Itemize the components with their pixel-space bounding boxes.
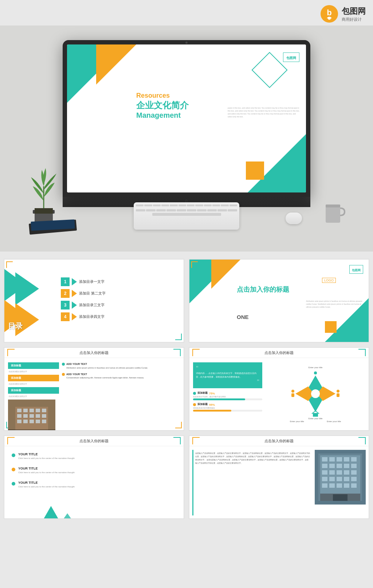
toc-label-4: 添加目录四文字 — [79, 314, 105, 319]
svg-rect-40 — [337, 457, 342, 462]
svg-rect-22 — [30, 420, 34, 423]
s3-tag-sub-1: 此处添加图文说明文字 — [8, 370, 59, 373]
monitor-section: 包图网 Resources 企业文化简介 Management paste in… — [0, 26, 373, 252]
s4-bar-fill-1 — [193, 398, 245, 400]
svg-rect-21 — [23, 420, 28, 423]
s5-mountain-svg — [22, 495, 84, 519]
s3-tag-1: 添加标题 — [8, 362, 59, 369]
svg-rect-59 — [329, 483, 335, 488]
svg-rect-49 — [329, 470, 335, 475]
s3-bullet-text-1: ADD YOUR TEXT Attribution ante ipsum pri… — [66, 362, 148, 370]
s5-title-2: YOUR TITLE — [18, 467, 92, 470]
svg-rect-50 — [337, 470, 342, 475]
s4-header-title: 点击加入你的标题 — [264, 350, 294, 355]
svg-rect-11 — [23, 409, 28, 412]
s2-one-label: ONE — [237, 314, 249, 320]
slide-thumb-1: 目录 1 添加目录一文字 2 添加目 第二文字 3 添加目录三文字 4 — [4, 259, 184, 343]
keyboard — [134, 202, 239, 230]
s4-chart-bottom-label: Enter your title — [309, 417, 323, 420]
svg-rect-7 — [326, 205, 340, 207]
s5-title-3: YOUR TITLE — [18, 481, 92, 484]
s6-content: 这是输入产品说明的位置，这里输入产品的主要说明文字，这里输入产品说明的位置，这里… — [189, 447, 369, 518]
svg-rect-51 — [344, 470, 349, 475]
orange-arrow-2 — [15, 303, 39, 336]
svg-rect-12 — [30, 409, 34, 412]
s2-orange-tl — [211, 260, 240, 289]
svg-rect-17 — [30, 414, 34, 418]
s3-tag-2: 添加标题 — [8, 375, 59, 381]
s4-prog-dot-1 — [193, 392, 196, 395]
s3-right-col: ADD YOUR TEXT Attribution ante ipsum pri… — [62, 362, 180, 382]
s5-text-3: YOUR TITLE Click here to add you to the … — [18, 481, 92, 488]
svg-rect-38 — [322, 457, 327, 462]
toc-title-text: 目录 — [8, 321, 23, 331]
s3-content: 添加标题 此处添加图文说明文字 添加标题 此处添加图文说明文字 添加标题 此处添… — [4, 359, 184, 430]
svg-rect-54 — [329, 477, 335, 481]
s4-quote-box: " 详细内容......点击输入本栏的具体文字，简细描述的设想分后内容，此为参考… — [193, 362, 262, 388]
slide-management: Management — [136, 111, 189, 120]
svg-marker-34 — [55, 513, 80, 519]
toc-label-1: 添加目录一文字 — [79, 279, 105, 284]
svg-rect-24 — [42, 420, 46, 423]
slides-grid: 目录 1 添加目录一文字 2 添加目 第二文字 3 添加目录三文字 4 — [0, 255, 373, 523]
s4-bar-bg-2 — [193, 410, 262, 412]
s2-logo-box: 包图网 — [349, 265, 363, 274]
s4-chart-right-label: Enter your title — [327, 420, 341, 422]
s4-left-col: " 详细内容......点击输入本栏的具体文字，简细描述的设想分后内容，此为参考… — [193, 362, 262, 427]
s3-left-col: 添加标题 此处添加图文说明文字 添加标题 此处添加图文说明文字 添加标题 此处添… — [8, 362, 59, 431]
svg-rect-20 — [17, 420, 21, 423]
svg-rect-28 — [313, 413, 318, 417]
svg-rect-15 — [17, 414, 21, 418]
s4-bar-bg-1 — [193, 398, 262, 400]
s4-diamond-chart — [290, 370, 341, 417]
slide-logo-text: 包图网 — [286, 56, 296, 60]
logo-main: 包图网 — [342, 6, 366, 17]
s4-quote-open: " — [196, 365, 259, 372]
toc-label-2: 添加目 第二文字 — [79, 291, 106, 296]
svg-rect-64 — [333, 494, 348, 501]
slide-resources: Resources — [136, 92, 189, 100]
svg-rect-61 — [344, 483, 349, 488]
s1-items: 1 添加目录一文字 2 添加目 第二文字 3 添加目录三文字 4 添加目录四文字 — [55, 270, 184, 331]
s3-deco-tl — [7, 349, 15, 356]
corner-deco-br — [175, 334, 182, 340]
svg-rect-57 — [351, 477, 357, 481]
s2-big-title: 点击加入你的标题 — [237, 285, 363, 294]
svg-rect-14 — [42, 409, 46, 412]
svg-rect-45 — [337, 464, 342, 468]
slide-thumb-4: 点击加入你的标题 " 详细内容......点击输入本栏的具体文字，简细描述的设想… — [189, 347, 369, 431]
slide-body-text: paste in this box, and select only the t… — [228, 106, 301, 118]
main-slide: 包图网 Resources 企业文化简介 Management paste in… — [67, 44, 306, 192]
toc-num-1: 1 — [61, 277, 70, 286]
s5-list-item-1: YOUR TITLE Click here to add you to the … — [12, 452, 92, 460]
s4-deco-tl — [192, 349, 200, 356]
s6-main-text: 这是输入产品说明的位置，这里输入产品的主要说明文字，这里输入产品说明的位置，这里… — [195, 452, 310, 465]
s6-right-col: ADD YOUR TEXT — [315, 450, 366, 515]
s4-progress-1: 添加标题 75% 此处添加文字说明，建议字数不超过两排 — [193, 391, 262, 400]
monitor-frame: 包图网 Resources 企业文化简介 Management paste in… — [63, 40, 310, 197]
svg-rect-53 — [322, 477, 327, 481]
s6-building-img — [315, 450, 366, 501]
slide-main-text: Resources 企业文化简介 Management — [136, 92, 189, 120]
s5-visual: Please enter your title — [12, 495, 94, 519]
svg-text:b: b — [327, 8, 331, 17]
s4-prog-sub-2: 请填提具体内容并酌情修改 — [193, 407, 262, 409]
brand-icon: b — [320, 4, 339, 23]
toc-item-1: 1 添加目录一文字 — [61, 277, 178, 286]
mouse — [286, 213, 302, 224]
s6-header: 点击加入你的标题 — [189, 436, 369, 446]
slide-logo-box: 包图网 — [283, 52, 299, 62]
svg-point-26 — [311, 389, 320, 398]
svg-rect-5 — [35, 208, 53, 214]
svg-rect-46 — [344, 464, 349, 468]
logo-text-area: 包图网 商用好设计 — [342, 6, 366, 22]
s4-deco-tr — [358, 349, 366, 356]
s6-text-col: 这是输入产品说明的位置，这里输入产品的主要说明文字，这里输入产品说明的位置，这里… — [192, 450, 312, 515]
svg-rect-30 — [291, 393, 294, 397]
svg-rect-19 — [42, 414, 46, 418]
s4-progress-2: 添加标题 55% 请填提具体内容并酌情修改 — [193, 402, 262, 412]
toc-item-2: 2 添加目 第二文字 — [61, 289, 178, 298]
s4-percent-2: 55% — [209, 403, 215, 406]
slide-chinese-title: 企业文化简介 — [136, 100, 189, 111]
s1-left-panel: 目录 — [4, 260, 55, 342]
